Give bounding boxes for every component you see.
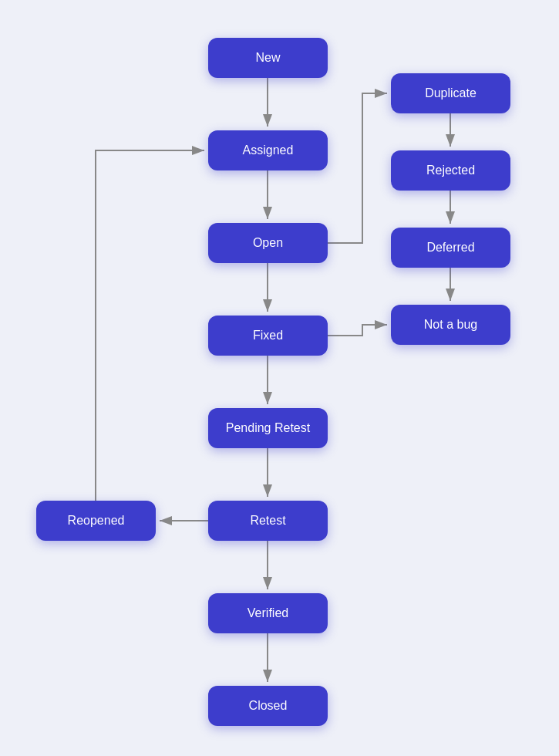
node-verified: Verified	[208, 593, 328, 633]
node-deferred: Deferred	[391, 228, 510, 268]
node-not-a-bug: Not a bug	[391, 305, 510, 345]
node-pending-retest: Pending Retest	[208, 408, 328, 448]
node-closed: Closed	[208, 686, 328, 726]
node-fixed: Fixed	[208, 316, 328, 356]
node-reopened: Reopened	[36, 501, 156, 541]
node-open: Open	[208, 223, 328, 263]
node-new: New	[208, 38, 328, 78]
node-duplicate: Duplicate	[391, 73, 510, 113]
node-retest: Retest	[208, 501, 328, 541]
node-assigned: Assigned	[208, 130, 328, 170]
arrows-layer	[0, 0, 559, 756]
node-rejected: Rejected	[391, 150, 510, 191]
diagram: New Assigned Open Fixed Pending Retest R…	[0, 0, 559, 756]
